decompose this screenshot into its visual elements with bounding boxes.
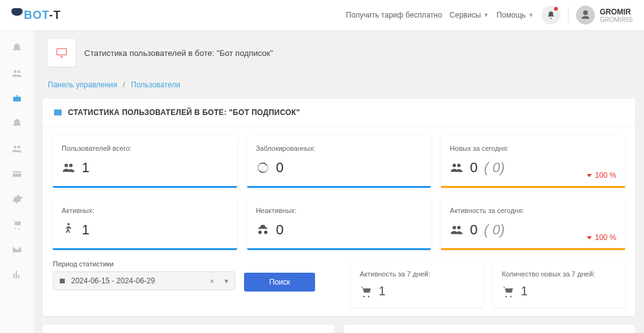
user-name: GROMIR [600,8,633,16]
breadcrumb: Панель управления / Пользователи [34,75,644,95]
stat-total: Пользователей всего: 1 [53,136,237,188]
chevron-down-icon: ▼ [484,12,489,18]
bell-icon [547,11,555,19]
logo[interactable]: BOT-T [11,9,61,22]
sidebar-item-mail[interactable] [10,243,24,256]
sidebar-item-bot[interactable] [10,92,24,106]
page-title: Статистика пользователей в боте: "Бот по… [84,48,273,58]
svg-rect-0 [57,48,67,55]
page-header: Статистика пользователей в боте: "Бот по… [34,30,644,75]
sidebar-item-notify[interactable] [10,41,24,55]
stat-label: Новых за сегодня: [450,145,616,152]
users-icon [450,161,464,175]
sidebar [0,30,34,333]
stats-panel: СТАТИСТИКА ПОЛЬЗОВАТЕЛЕЙ В БОТЕ: "БОТ ПО… [43,99,635,316]
stat-trend: 100 % [586,233,616,242]
monitor-icon [48,39,75,67]
help-label: Помощь [496,11,525,19]
trend-value: 100 % [595,171,616,180]
user-info: GROMIR GROMIR55 [600,8,633,23]
calendar-icon [58,277,66,285]
person-active-icon [62,223,75,237]
stat-inactive: Неактивных: 0 [247,198,431,250]
mini-label: Активность за 7 дней: [360,270,474,278]
stat-subvalue: ( 0) [484,160,505,176]
stat-value: 0 [470,222,477,238]
users-icon [62,161,75,175]
stat-value: 1 [82,222,89,238]
sidebar-item-settings[interactable] [10,192,24,206]
main-content: Статистика пользователей в боте: "Бот по… [34,30,644,333]
chart-new-period: КОЛИЧЕСТВО НОВЫХ ЗА ПЕРИОД 2024-06-15 - … [43,325,334,333]
filter-label: Период статистики [53,260,235,268]
stat-value: 0 [470,160,477,176]
logo-text: BOT-T [24,9,61,22]
stat-value: 0 [276,160,284,176]
caret-down-icon [586,234,592,241]
chevron-down-icon[interactable]: ▼ [223,278,230,285]
tariff-link-label: Получить тариф бесплатно [346,11,442,19]
notification-badge [554,7,558,11]
stat-label: Активных: [62,207,228,214]
sidebar-item-cart[interactable] [10,217,24,231]
panel-title-bar: СТАТИСТИКА ПОЛЬЗОВАТЕЛЕЙ В БОТЕ: "БОТ ПО… [43,99,635,127]
trend-value: 100 % [595,233,616,242]
chart-activity-period: АКТИВНОСТЬ ЗА ПЕРИОД 2024-06-15 - 2024-0… [344,325,635,333]
stat-label: Заблокированных: [256,145,423,152]
stat-subvalue: ( 0) [484,222,505,238]
chevron-down-icon: ▼ [528,12,534,18]
stat-activity-today: Активность за сегодня: 0 ( 0) 100 % [441,198,625,250]
cart-icon [502,285,514,298]
avatar [576,6,595,25]
cart-icon [360,285,372,298]
topbar: BOT-T Получить тариф бесплатно Сервисы▼ … [0,0,644,30]
panel-title-text: СТАТИСТИКА ПОЛЬЗОВАТЕЛЕЙ В БОТЕ: "БОТ ПО… [68,108,300,117]
crumb-root[interactable]: Панель управления [48,80,117,89]
stat-label: Неактивных: [256,207,423,214]
mini-value: 1 [521,284,528,298]
tariff-link[interactable]: Получить тариф бесплатно [346,11,442,19]
date-range-value: 2024-06-15 - 2024-06-29 [71,276,155,285]
mini-label: Количество новых за 7 дней: [502,270,616,278]
services-menu[interactable]: Сервисы▼ [450,11,489,19]
stat-trend: 100 % [586,171,616,180]
stat-value: 1 [82,160,89,176]
search-button[interactable]: Поиск [244,273,315,292]
ban-icon [256,161,270,175]
help-menu[interactable]: Помощь▼ [496,11,533,19]
mini-new-7d: Количество новых за 7 дней: 1 [493,263,625,307]
mini-value: 1 [379,284,386,298]
sidebar-item-stats[interactable] [10,268,24,281]
stat-new-today: Новых за сегодня: 0 ( 0) 100 % [441,136,625,188]
stat-active: Активных: 1 [53,198,237,250]
services-label: Сервисы [450,11,481,19]
caret-down-icon [586,172,592,178]
crumb-current[interactable]: Пользователи [131,80,180,89]
stat-value: 0 [276,222,284,238]
user-menu[interactable]: GROMIR GROMIR55 [576,6,633,25]
users-icon [450,223,464,237]
date-range-input[interactable]: 2024-06-15 - 2024-06-29 × ▼ [53,271,235,290]
divider [568,8,569,23]
stat-label: Пользователей всего: [62,145,228,152]
sidebar-item-alert[interactable] [10,117,24,131]
clear-date-button[interactable]: × [210,276,215,286]
spy-icon [256,223,270,237]
id-card-icon [53,107,63,117]
crumb-sep: / [123,80,125,89]
sidebar-item-users[interactable] [10,67,24,80]
stat-blocked: Заблокированных: 0 [247,136,431,188]
mini-activity-7d: Активность за 7 дней: 1 [351,263,483,307]
logo-icon [11,8,23,16]
sidebar-item-group[interactable] [10,142,24,156]
user-subname: GROMIR55 [600,16,633,23]
notifications-button[interactable] [541,6,560,25]
stat-label: Активность за сегодня: [450,207,616,214]
sidebar-item-card[interactable] [10,167,24,181]
